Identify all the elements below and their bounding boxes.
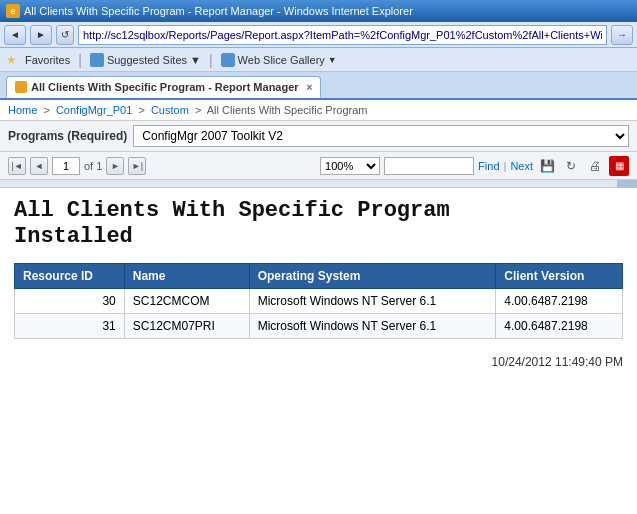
tab-ie-icon [15, 81, 27, 93]
title-bar: e All Clients With Specific Program - Re… [0, 0, 637, 22]
forward-button[interactable]: ► [30, 25, 52, 45]
table-row: 30 SC12CMCOM Microsoft Windows NT Server… [15, 288, 623, 313]
web-slice-icon [221, 53, 235, 67]
cell-name: SC12CM07PRI [124, 313, 249, 338]
find-button[interactable]: Find [478, 160, 499, 172]
go-button[interactable]: → [611, 25, 633, 45]
breadcrumb-sep1: > [43, 104, 49, 116]
subscribe-button[interactable]: ▦ [609, 156, 629, 176]
active-tab[interactable]: All Clients With Specific Program - Repo… [6, 76, 321, 98]
filter-select[interactable]: ConfigMgr 2007 Toolkit V2 [133, 125, 629, 147]
cell-name: SC12CMCOM [124, 288, 249, 313]
breadcrumb-configmgr[interactable]: ConfigMgr_P01 [56, 104, 132, 116]
back-button[interactable]: ◄ [4, 25, 26, 45]
cell-os: Microsoft Windows NT Server 6.1 [249, 288, 496, 313]
refresh-button[interactable]: ↺ [56, 25, 74, 45]
favorites-button[interactable]: Favorites [25, 54, 70, 66]
breadcrumb-custom[interactable]: Custom [151, 104, 189, 116]
report-nav-bar: |◄ ◄ of 1 ► ►| 100% Find | Next 💾 ↻ 🖨 ▦ [0, 152, 637, 180]
export-button[interactable]: 💾 [537, 156, 557, 176]
report-footer: 10/24/2012 11:49:40 PM [0, 349, 637, 375]
report-content: All Clients With Specific Program Instal… [0, 188, 637, 349]
page-number-input[interactable] [52, 157, 80, 175]
breadcrumb-home[interactable]: Home [8, 104, 37, 116]
cell-resource-id: 30 [15, 288, 125, 313]
horizontal-scrollbar[interactable] [0, 180, 637, 188]
timestamp: 10/24/2012 11:49:40 PM [492, 355, 623, 369]
fav-separator: | [78, 52, 82, 68]
ie-icon: e [6, 4, 20, 18]
favorites-bar: ★ Favorites | Suggested Sites ▼ | Web Sl… [0, 48, 637, 72]
cell-client-version: 4.00.6487.2198 [496, 288, 623, 313]
breadcrumb-sep2: > [138, 104, 144, 116]
col-header-name: Name [124, 263, 249, 288]
nav-divider: | [504, 160, 507, 172]
search-input[interactable] [384, 157, 474, 175]
next-find-button[interactable]: Next [510, 160, 533, 172]
col-header-client-version: Client Version [496, 263, 623, 288]
of-pages-text: of 1 [84, 160, 102, 172]
favorites-star-icon: ★ [6, 53, 17, 67]
breadcrumb-page: All Clients With Specific Program [207, 104, 368, 116]
tab-bar: All Clients With Specific Program - Repo… [0, 72, 637, 100]
next-page-button[interactable]: ► [106, 157, 124, 175]
fav-separator-2: | [209, 52, 213, 68]
last-page-button[interactable]: ►| [128, 157, 146, 175]
favorites-label: Favorites [25, 54, 70, 66]
tab-label: All Clients With Specific Program - Repo… [31, 81, 299, 93]
web-slice-gallery-button[interactable]: Web Slice Gallery ▼ [221, 53, 337, 67]
breadcrumb-sep3: > [195, 104, 201, 116]
cell-os: Microsoft Windows NT Server 6.1 [249, 313, 496, 338]
title-bar-text: All Clients With Specific Program - Repo… [24, 5, 413, 17]
web-slice-dropdown-icon: ▼ [328, 55, 337, 65]
address-input[interactable] [78, 25, 607, 45]
col-header-os: Operating System [249, 263, 496, 288]
zoom-select[interactable]: 100% [320, 157, 380, 175]
col-header-resource-id: Resource ID [15, 263, 125, 288]
report-filter: Programs (Required) ConfigMgr 2007 Toolk… [0, 121, 637, 152]
tab-close-button[interactable]: × [307, 82, 313, 93]
web-slice-label: Web Slice Gallery [238, 54, 325, 66]
suggested-sites-icon [90, 53, 104, 67]
scroll-thumb[interactable] [617, 180, 637, 188]
address-bar: ◄ ► ↺ → [0, 22, 637, 48]
breadcrumb: Home > ConfigMgr_P01 > Custom > All Clie… [0, 100, 637, 121]
cell-client-version: 4.00.6487.2198 [496, 313, 623, 338]
suggested-sites-label: Suggested Sites ▼ [107, 54, 201, 66]
first-page-button[interactable]: |◄ [8, 157, 26, 175]
print-button[interactable]: 🖨 [585, 156, 605, 176]
cell-resource-id: 31 [15, 313, 125, 338]
suggested-sites-button[interactable]: Suggested Sites ▼ [90, 53, 201, 67]
prev-page-button[interactable]: ◄ [30, 157, 48, 175]
report-title: All Clients With Specific Program Instal… [14, 198, 464, 251]
data-table: Resource ID Name Operating System Client… [14, 263, 623, 339]
table-header-row: Resource ID Name Operating System Client… [15, 263, 623, 288]
filter-label: Programs (Required) [8, 129, 127, 143]
table-row: 31 SC12CM07PRI Microsoft Windows NT Serv… [15, 313, 623, 338]
refresh-report-button[interactable]: ↻ [561, 156, 581, 176]
